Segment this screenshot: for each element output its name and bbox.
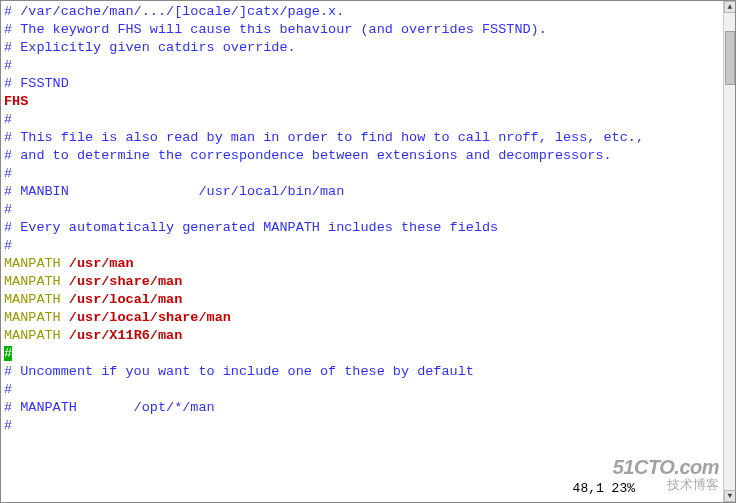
code-segment: /usr/man: [69, 256, 134, 271]
code-segment: # Every automatically generated MANPATH …: [4, 220, 498, 235]
code-segment: [61, 256, 69, 271]
code-segment: MANPATH: [4, 328, 61, 343]
code-segment: # /var/cache/man/.../[locale/]catx/page.…: [4, 4, 344, 19]
code-segment: # This file is also read by man in order…: [4, 130, 644, 145]
code-segment: #: [4, 418, 12, 433]
code-segment: #: [4, 58, 12, 73]
code-segment: #: [4, 112, 12, 127]
code-line: # /var/cache/man/.../[locale/]catx/page.…: [4, 3, 723, 21]
scrollbar-thumb[interactable]: [725, 31, 735, 85]
code-segment: #: [4, 382, 12, 397]
code-line: #: [4, 57, 723, 75]
code-line: MANPATH /usr/local/man: [4, 291, 723, 309]
code-segment: # MANPATH /opt/*/man: [4, 400, 215, 415]
code-segment: #: [4, 202, 12, 217]
code-line: #: [4, 237, 723, 255]
scroll-down-button[interactable]: ▼: [724, 490, 736, 502]
code-line: MANPATH /usr/local/share/man: [4, 309, 723, 327]
code-segment: /usr/share/man: [69, 274, 182, 289]
code-segment: # FSSTND: [4, 76, 69, 91]
code-segment: [61, 328, 69, 343]
code-line: FHS: [4, 93, 723, 111]
code-segment: MANPATH: [4, 256, 61, 271]
code-line: # Every automatically generated MANPATH …: [4, 219, 723, 237]
code-segment: MANPATH: [4, 310, 61, 325]
code-segment: #: [4, 166, 12, 181]
code-line: # Explicitly given catdirs override.: [4, 39, 723, 57]
code-segment: # MANBIN /usr/local/bin/man: [4, 184, 344, 199]
code-line: MANPATH /usr/X11R6/man: [4, 327, 723, 345]
code-segment: # and to determine the correspondence be…: [4, 148, 612, 163]
code-line: # Uncomment if you want to include one o…: [4, 363, 723, 381]
scroll-up-button[interactable]: ▲: [724, 1, 736, 13]
code-line: #: [4, 381, 723, 399]
code-segment: # Uncomment if you want to include one o…: [4, 364, 474, 379]
code-segment: FHS: [4, 94, 28, 109]
code-line: MANPATH /usr/man: [4, 255, 723, 273]
code-line: #: [4, 111, 723, 129]
code-line: # The keyword FHS will cause this behavi…: [4, 21, 723, 39]
code-line: #: [4, 165, 723, 183]
vertical-scrollbar[interactable]: ▲ ▼: [723, 1, 735, 502]
code-line: MANPATH /usr/share/man: [4, 273, 723, 291]
code-line: #: [4, 345, 723, 363]
editor-viewport[interactable]: # /var/cache/man/.../[locale/]catx/page.…: [4, 3, 723, 502]
code-segment: #: [4, 346, 12, 361]
code-line: # MANPATH /opt/*/man: [4, 399, 723, 417]
code-line: # MANBIN /usr/local/bin/man: [4, 183, 723, 201]
code-segment: # The keyword FHS will cause this behavi…: [4, 22, 547, 37]
code-segment: #: [4, 238, 12, 253]
code-line: # FSSTND: [4, 75, 723, 93]
code-segment: /usr/X11R6/man: [69, 328, 182, 343]
code-segment: [61, 310, 69, 325]
code-segment: MANPATH: [4, 292, 61, 307]
code-segment: [61, 274, 69, 289]
code-line: # and to determine the correspondence be…: [4, 147, 723, 165]
code-segment: /usr/local/share/man: [69, 310, 231, 325]
vim-status-ruler: 48,1 23%: [573, 480, 635, 498]
code-segment: [61, 292, 69, 307]
code-segment: /usr/local/man: [69, 292, 182, 307]
code-line: # This file is also read by man in order…: [4, 129, 723, 147]
code-segment: # Explicitly given catdirs override.: [4, 40, 296, 55]
code-line: #: [4, 201, 723, 219]
code-segment: MANPATH: [4, 274, 61, 289]
code-line: #: [4, 417, 723, 435]
